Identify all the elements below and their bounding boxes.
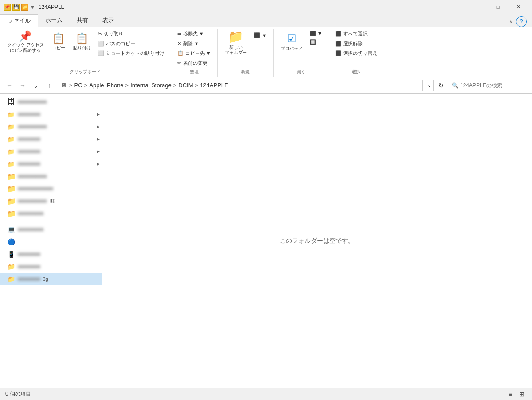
item-7-icon: 📁 — [7, 172, 15, 181]
status-text: 0 個の項目 — [5, 390, 31, 398]
sidebar-item-4[interactable]: 📁 ■■■■■■■ ▶ — [0, 133, 102, 145]
move-label: 移動先 ▼ — [183, 31, 204, 37]
sidebar-item-8[interactable]: 📁 ■■■■■■■■■■■ — [0, 183, 102, 195]
path-storage[interactable]: Internal Storage — [129, 82, 172, 89]
open-group-label: 開く — [297, 69, 305, 75]
item-6-arrow: ▶ — [97, 162, 100, 166]
collapse-ribbon-icon[interactable]: ∧ — [509, 19, 512, 25]
separator-4: > — [194, 82, 200, 89]
tab-view[interactable]: 表示 — [95, 14, 121, 27]
new-group: 📁 新しいフォルダー ⬛ ▼ 新規 — [218, 29, 274, 77]
dropdown-icon: ⬛ ▼ — [310, 31, 322, 36]
sidebar-item-11[interactable]: 💻 ■■■■■■■■ — [0, 223, 102, 236]
address-path[interactable]: 🖥 > PC > Apple iPhone > Internal Storage… — [57, 80, 423, 91]
up-button[interactable]: ↑ — [43, 80, 55, 91]
item-10-text: ■■■■■■■■ — [18, 210, 43, 217]
search-icon: 🔍 — [452, 82, 458, 89]
select-all-button[interactable]: ⬛ すべて選択 — [332, 29, 380, 39]
item-4-text: ■■■■■■■ — [18, 136, 40, 142]
invert-icon: ⬛ — [335, 50, 341, 56]
paste-button[interactable]: 📋 貼り付け — [70, 29, 94, 55]
open-extra-button[interactable]: 🔲 — [307, 38, 325, 47]
new-group-label: 新規 — [241, 69, 250, 75]
separator-3: > — [172, 82, 178, 89]
item-14-icon: 📁 — [7, 263, 15, 270]
refresh-button[interactable]: ↻ — [435, 80, 447, 91]
paste-shortcut-button[interactable]: ⬜ ショートカットの貼り付け — [95, 49, 167, 58]
item-3-arrow: ▶ — [97, 124, 100, 129]
pin-button[interactable]: 📌 クイック アクセスにピン留めする — [4, 29, 47, 55]
item-6-icon: 📁 — [7, 161, 15, 167]
copy-button[interactable]: 📋 コピー — [48, 29, 69, 55]
sidebar: 🖼 ■■■■■■■■■ 📁 ■■■■■■■ ▶ 📁 ■■■■■■■■■ ▶ 📁 … — [0, 94, 102, 388]
close-button[interactable]: ✕ — [508, 0, 528, 14]
item-5-arrow: ▶ — [97, 149, 100, 154]
properties-label: プロパティ — [281, 46, 303, 52]
sidebar-item-13[interactable]: 📱 ■■■■■■■ — [0, 248, 102, 260]
sidebar-item-15[interactable]: 📁 ■■■■■■■ 3g — [0, 273, 102, 285]
paste-shortcut-label: ショートカットの貼り付け — [106, 50, 164, 57]
ribbon-arrow: ▼ — [30, 4, 35, 10]
grid-view-button[interactable]: ⊞ — [517, 389, 527, 399]
item-4-icon: 📁 — [7, 136, 15, 143]
sidebar-item-2[interactable]: 📁 ■■■■■■■ ▶ — [0, 108, 102, 120]
sidebar-item-3[interactable]: 📁 ■■■■■■■■■ ▶ — [0, 120, 102, 133]
delete-button[interactable]: ✕ 削除 ▼ — [175, 39, 214, 48]
cut-button[interactable]: ✂ 切り取り — [95, 29, 167, 39]
maximize-button[interactable]: □ — [488, 0, 508, 14]
folder-new-icon: 📁 — [228, 29, 243, 44]
new-items: 📁 新しいフォルダー ⬛ ▼ — [221, 29, 270, 68]
open-extra-icon: 🔲 — [310, 39, 316, 45]
path-dcim[interactable]: DCIM — [177, 82, 194, 89]
sidebar-item-10[interactable]: 📁 ■■■■■■■■ — [0, 207, 102, 220]
sidebar-item-6[interactable]: 📁 ■■■■■■■ ▶ — [0, 158, 102, 170]
deselect-button[interactable]: ⬛ 選択解除 — [332, 39, 380, 48]
properties-button[interactable]: ☑ プロパティ — [277, 29, 306, 55]
path-iphone[interactable]: Apple iPhone — [88, 82, 124, 89]
item-15-icon: 📁 — [7, 276, 15, 283]
item-13-icon: 📱 — [7, 251, 15, 258]
new-item-dropdown[interactable]: ⬛ ▼ — [251, 31, 270, 39]
item-9-text: ■■■■■■■■■ — [18, 198, 47, 204]
item-1-icon: 🖼 — [7, 98, 15, 106]
address-dropdown-button[interactable]: ⌄ — [425, 80, 434, 91]
window-controls: — □ ✕ — [467, 0, 528, 14]
status-view-icons: ≡ ⊞ — [505, 389, 527, 399]
back-button[interactable]: ← — [4, 80, 15, 91]
properties-dropdown[interactable]: ⬛ ▼ — [307, 29, 325, 38]
forward-button[interactable]: → — [17, 80, 28, 91]
empty-folder-message: このフォルダーは空です。 — [280, 237, 354, 245]
sidebar-item-5[interactable]: 📁 ■■■■■■■ ▶ — [0, 145, 102, 158]
quick-access-icon: 📌 — [4, 4, 11, 11]
sidebar-item-7[interactable]: 📁 ■■■■■■■■■ — [0, 170, 102, 183]
list-view-button[interactable]: ≡ — [505, 389, 515, 399]
copy-to-button[interactable]: 📋 コピー先 ▼ — [175, 49, 214, 58]
save-icon: 💾 — [12, 4, 20, 11]
pin-label: クイック アクセスにピン留めする — [7, 43, 44, 53]
clipboard-small-col: ✂ 切り取り ⬜ パスのコピー ⬜ ショートカットの貼り付け — [95, 29, 167, 58]
search-box[interactable]: 🔍 — [449, 80, 528, 91]
rename-button[interactable]: ✏ 名前の変更 — [175, 58, 214, 68]
search-input[interactable] — [460, 82, 525, 89]
sidebar-item-1[interactable]: 🖼 ■■■■■■■■■ — [0, 96, 102, 108]
select-col: ⬛ すべて選択 ⬛ 選択解除 ⬛ 選択の切り替え — [332, 29, 380, 58]
new-folder-label: 新しいフォルダー — [225, 45, 247, 55]
new-folder-button[interactable]: 📁 新しいフォルダー — [221, 29, 250, 55]
item-8-text: ■■■■■■■■■■■ — [18, 186, 53, 192]
tab-share[interactable]: 共有 — [70, 14, 95, 27]
move-to-button[interactable]: ➡ 移動先 ▼ — [175, 29, 214, 39]
sidebar-item-12[interactable]: 🔵 — [0, 236, 102, 248]
sidebar-item-9[interactable]: 📁 ■■■■■■■■■ 旺 — [0, 195, 102, 207]
tab-home[interactable]: ホーム — [38, 14, 70, 27]
tab-file[interactable]: ファイル — [0, 14, 38, 27]
sidebar-item-14[interactable]: 📁 ■■■■■■■ — [0, 260, 102, 273]
item-5-icon: 📁 — [7, 148, 15, 155]
path-folder[interactable]: 124APPLE — [199, 82, 229, 89]
path-pc[interactable]: PC — [74, 82, 83, 89]
help-button[interactable]: ? — [516, 16, 527, 27]
invert-select-button[interactable]: ⬛ 選択の切り替え — [332, 49, 380, 58]
copy-path-button[interactable]: ⬜ パスのコピー — [95, 39, 167, 48]
dropdown-nav-button[interactable]: ⌄ — [30, 80, 42, 91]
ribbon-tab-bar: ファイル ホーム 共有 表示 ∧ ? — [0, 14, 532, 27]
minimize-button[interactable]: — — [467, 0, 488, 14]
